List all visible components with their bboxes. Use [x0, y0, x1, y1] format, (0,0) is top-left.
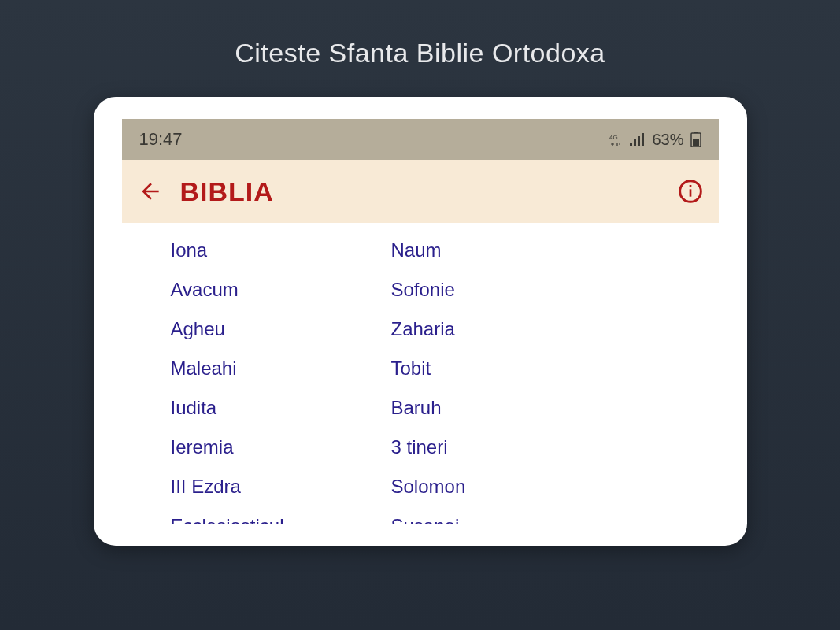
svg-rect-4: [642, 133, 644, 146]
svg-rect-9: [689, 189, 691, 196]
book-item[interactable]: Ecclesiasticul: [171, 506, 391, 524]
book-item[interactable]: 3 tineri: [391, 428, 612, 467]
svg-rect-2: [634, 139, 636, 146]
book-item[interactable]: Susanei: [391, 506, 612, 524]
book-column-1: Iona Avacum Agheu Maleahi Iudita Ieremia…: [171, 231, 391, 524]
book-item[interactable]: Naum: [391, 231, 612, 270]
svg-text:4G: 4G: [609, 134, 618, 141]
book-item[interactable]: Iona: [171, 231, 391, 270]
info-icon[interactable]: [678, 179, 703, 204]
battery-icon: [690, 132, 701, 147]
svg-rect-1: [630, 143, 632, 146]
book-item[interactable]: Agheu: [171, 309, 391, 349]
app-title: BIBLIA: [180, 176, 274, 207]
battery-text: 63%: [652, 131, 683, 149]
book-item[interactable]: Maleahi: [171, 349, 391, 388]
tablet-frame: 19:47 4G 63%: [94, 97, 747, 546]
book-item[interactable]: Ieremia: [171, 428, 391, 467]
status-right: 4G 63%: [609, 131, 701, 149]
book-item[interactable]: Iudita: [171, 388, 391, 428]
book-item[interactable]: Zaharia: [391, 309, 612, 349]
book-item[interactable]: Sofonie: [391, 270, 612, 309]
book-item[interactable]: Baruh: [391, 388, 612, 428]
svg-rect-3: [638, 136, 640, 146]
book-item[interactable]: Avacum: [171, 270, 391, 309]
screen: 19:47 4G 63%: [122, 119, 719, 524]
app-bar: BIBLIA: [122, 160, 719, 223]
status-bar: 19:47 4G 63%: [122, 119, 719, 160]
book-item[interactable]: Tobit: [391, 349, 612, 388]
book-item[interactable]: III Ezdra: [171, 467, 391, 506]
svg-rect-7: [693, 139, 699, 146]
page-title: Citeste Sfanta Biblie Ortodoxa: [235, 38, 605, 69]
back-icon[interactable]: [138, 179, 163, 204]
svg-rect-10: [689, 185, 691, 187]
signal-icon: [630, 133, 646, 146]
book-column-2: Naum Sofonie Zaharia Tobit Baruh 3 tiner…: [391, 231, 612, 524]
book-list: Iona Avacum Agheu Maleahi Iudita Ieremia…: [122, 223, 719, 524]
book-item[interactable]: Solomon: [391, 467, 612, 506]
status-time: 19:47: [139, 129, 183, 150]
network-4g-icon: 4G: [609, 133, 624, 146]
